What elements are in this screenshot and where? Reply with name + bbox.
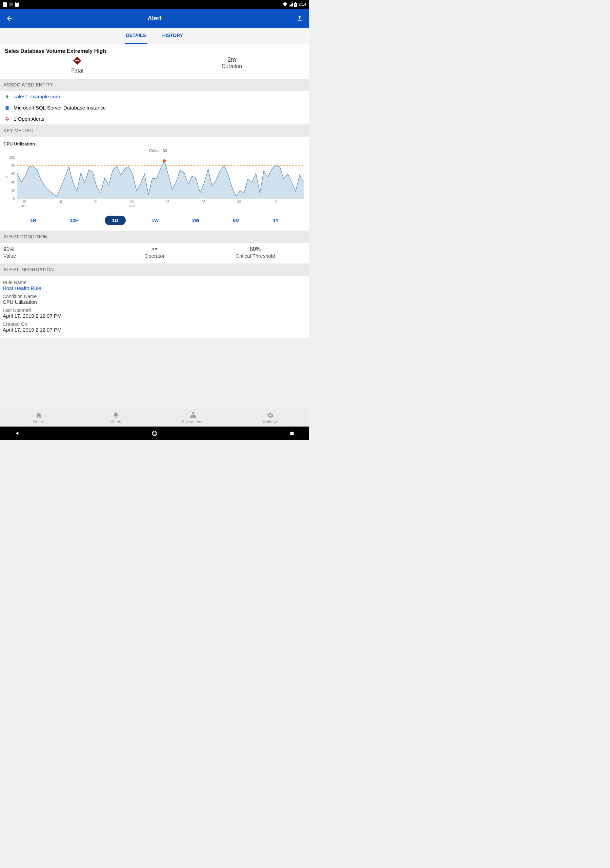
condition-threshold: 80% <box>205 246 306 252</box>
android-back[interactable] <box>14 429 21 437</box>
time-range-selector: 1H 12H 1D 1W 2W 6M 1Y <box>0 211 309 231</box>
range-1w[interactable]: 1W <box>144 215 166 225</box>
metric-title: CPU Utilization <box>3 140 306 149</box>
nav-environment[interactable]: Environment <box>155 409 232 426</box>
battery-icon <box>294 2 297 7</box>
signal-icon <box>289 2 293 6</box>
range-6m[interactable]: 6M <box>225 215 247 225</box>
entity-list: sales1.example.com Microsoft SQL Server … <box>0 91 309 124</box>
created-on-value: April 17, 2019 2:12:07 PM <box>3 327 307 333</box>
alert-summary: Fatal 2m Duration <box>0 56 309 79</box>
last-updated-value: April 17, 2019 2:12:07 PM <box>3 313 307 319</box>
svg-rect-2 <box>295 2 296 3</box>
svg-text:21: 21 <box>94 200 98 204</box>
tab-details[interactable]: DETAILS <box>125 28 147 44</box>
nav-settings-label: Settings <box>263 419 277 424</box>
entity-type-row: Microsoft SQL Server Database Instance <box>0 102 309 113</box>
condition-threshold-label: Critical Threshold <box>205 253 306 259</box>
condition-value-label: Value <box>3 253 104 259</box>
range-1y[interactable]: 1Y <box>265 215 286 225</box>
rule-name-link[interactable]: Host Health Rule <box>3 285 307 291</box>
legend-label: Critical 80 <box>149 149 167 153</box>
section-key-metric: KEY METRIC <box>0 124 309 136</box>
range-1h[interactable]: 1H <box>23 215 44 225</box>
duration-block: 2m Duration <box>155 56 309 74</box>
svg-point-30 <box>153 432 156 435</box>
section-alert-information: ALERT INFORMATION <box>0 264 309 276</box>
page-title: Alert <box>14 15 296 22</box>
app-header: Alert <box>0 9 309 28</box>
sitemap-icon <box>189 412 197 419</box>
svg-text:40: 40 <box>11 180 15 184</box>
status-right: x 2:14 <box>283 2 307 7</box>
svg-text:x: x <box>286 4 287 6</box>
nav-alerts[interactable]: Alerts <box>77 409 155 426</box>
android-home[interactable] <box>151 429 158 437</box>
svg-rect-8 <box>5 109 8 110</box>
svg-text:4/17: 4/17 <box>129 204 135 208</box>
open-alerts-text: 1 Open Alerts <box>14 116 44 122</box>
svg-text:18: 18 <box>58 200 62 204</box>
circle-icon <box>151 430 158 437</box>
share-button[interactable] <box>296 14 303 22</box>
info-last-updated: Last Updated April 17, 2019 2:12:07 PM <box>3 306 307 320</box>
nav-home[interactable]: Home <box>0 409 77 426</box>
svg-rect-31 <box>290 432 294 435</box>
alert-title: Sales Database Volume Extremely High <box>0 44 309 56</box>
bell-icon <box>4 117 10 121</box>
duration-value: 2m <box>155 56 309 64</box>
nav-alerts-label: Alerts <box>111 419 121 424</box>
nav-home-label: Home <box>33 419 44 424</box>
entity-type-text: Microsoft SQL Server Database Instance <box>14 105 106 110</box>
condition-operator-label: Operator <box>104 253 205 259</box>
android-nav-bar <box>0 426 309 440</box>
range-12h[interactable]: 12H <box>62 215 86 225</box>
info-condition-name: Condition Name CPU Utilization <box>3 292 307 306</box>
entity-host-row[interactable]: sales1.example.com <box>0 91 309 102</box>
svg-rect-7 <box>5 108 8 109</box>
tab-history[interactable]: HISTORY <box>161 28 184 44</box>
condition-value-col: 91% Value <box>3 246 104 259</box>
arrow-left-icon <box>6 15 13 22</box>
status-time: 2:14 <box>299 2 307 7</box>
condition-value: 91% <box>3 246 104 252</box>
cpu-utilization-chart[interactable]: 020406080100%154/161821004/1703060912 <box>3 155 306 209</box>
back-button[interactable] <box>5 14 14 22</box>
condition-threshold-col: 80% Critical Threshold <box>205 246 306 259</box>
range-1d[interactable]: 1D <box>105 215 126 225</box>
status-notification-icon <box>9 2 13 6</box>
info-created-on: Created On April 17, 2019 2:12:07 PM <box>3 320 307 334</box>
entity-open-alerts-row[interactable]: 1 Open Alerts <box>0 113 309 124</box>
severity-label: Fatal <box>0 68 155 74</box>
status-notification-icon <box>3 2 7 7</box>
android-recent[interactable] <box>288 429 296 437</box>
condition-name-value: CPU Utilization <box>3 299 307 305</box>
svg-text:12: 12 <box>273 200 277 204</box>
condition-operator: >= <box>104 246 205 252</box>
svg-text:0: 0 <box>13 197 15 200</box>
condition-row: 91% Value >= Operator 80% Critical Thres… <box>0 243 309 264</box>
tab-bar: DETAILS HISTORY <box>0 28 309 44</box>
svg-point-29 <box>152 431 156 436</box>
home-icon <box>35 412 42 419</box>
svg-text:00: 00 <box>130 200 133 204</box>
range-2w[interactable]: 2W <box>185 215 207 225</box>
svg-text:06: 06 <box>201 200 205 204</box>
square-icon <box>290 431 294 436</box>
last-updated-label: Last Updated <box>3 307 307 313</box>
section-associated-entity: ASSOCIATED ENTITY <box>0 79 309 91</box>
info-block: Rule Name Host Health Rule Condition Nam… <box>0 276 309 338</box>
content: Sales Database Volume Extremely High Fat… <box>0 44 309 338</box>
android-status-bar: x 2:14 <box>0 0 309 9</box>
arrow-up-icon <box>4 94 10 99</box>
triangle-left-icon <box>15 431 20 436</box>
svg-text:03: 03 <box>166 200 169 204</box>
bottom-nav: Home Alerts Environment Settings <box>0 409 309 426</box>
bell-icon <box>113 412 119 419</box>
nav-settings[interactable]: Settings <box>232 409 309 426</box>
svg-rect-6 <box>5 107 8 108</box>
section-alert-condition: ALERT CONDITION <box>0 231 309 243</box>
upload-icon <box>296 15 303 22</box>
svg-text:4/16: 4/16 <box>21 204 28 208</box>
condition-name-label: Condition Name <box>3 294 307 299</box>
